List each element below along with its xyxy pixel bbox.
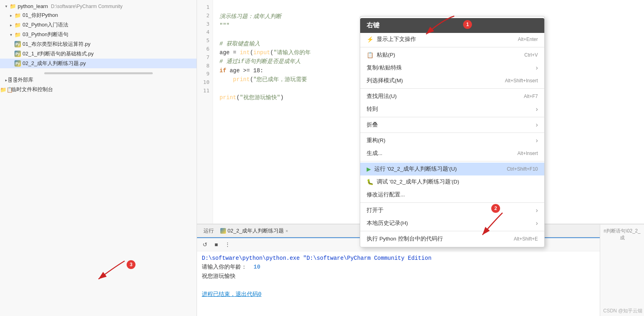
menu-item-label-refactor: 重构(R) — [367, 137, 386, 144]
sidebar-item-file1[interactable]: Py 01_布尔类型和比较运算符.py — [0, 39, 197, 49]
menu-item-modify-config[interactable]: 修改运行配置... — [360, 188, 544, 201]
sidebar-item-03[interactable]: 03_Python判断语句 — [0, 30, 197, 39]
annotation-badge-3: 3 — [127, 260, 135, 269]
annotation-badge-2: 2 — [491, 204, 500, 213]
menu-generate-left: 生成... — [367, 150, 382, 157]
file-tree-sidebar: python_learn D:\software\PyCharm Communi… — [0, 0, 197, 316]
sidebar-item-temp[interactable]: 📋 临时文件和控制台 — [0, 85, 197, 94]
label-extlib: 外部库 — [18, 76, 33, 84]
root-folder-icon — [10, 3, 16, 9]
divider-2 — [360, 88, 544, 89]
sidebar-item-02[interactable]: 02_Python入门语法 — [0, 20, 197, 30]
menu-debug-left: 🐛 调试 '02_2_成年人判断练习题'(D) — [367, 178, 459, 186]
menu-item-label-exec-python: 执行 Python 控制台中的代码行 — [367, 235, 443, 243]
menu-item-label-generate: 生成... — [367, 150, 382, 157]
menu-item-paste[interactable]: 📋 粘贴(P) Ctrl+V — [360, 49, 544, 61]
lightning-icon: ⚡ — [367, 36, 373, 43]
python-icon-file1: Py — [14, 41, 21, 47]
watermark: CSDN @知乎云烟 — [603, 308, 642, 314]
menu-item-label-copy-paste: 复制/粘贴特殊 — [367, 64, 402, 71]
menu-modify-left: 修改运行配置... — [367, 191, 405, 198]
code-line-1 — [219, 3, 638, 12]
sidebar-item-file2[interactable]: Py 02_1_if判断语句的基础格式.py — [0, 49, 197, 59]
stop-button[interactable]: ■ — [211, 240, 221, 249]
menu-shortcut-generate: Alt+Insert — [517, 151, 538, 156]
divider-4 — [360, 133, 544, 133]
menu-col-select-left: 列选择模式(M) — [367, 77, 403, 84]
menu-item-run[interactable]: ▶ 运行 '02_2_成年人判断练习题'(U) Ctrl+Shift+F10 — [360, 163, 544, 175]
menu-shortcut-run: Ctrl+Shift+F10 — [507, 166, 538, 172]
sidebar-item-file3[interactable]: Py 02_2_成年人判断练习题.py — [0, 59, 197, 68]
run-triangle-icon: ▶ — [367, 166, 371, 172]
menu-item-label-local-history: 本地历史记录(H) — [367, 220, 408, 227]
menu-item-find-usage[interactable]: 查找用法(U) Alt+F7 — [360, 90, 544, 103]
menu-item-open-in[interactable]: 打开于 — [360, 204, 544, 217]
menu-item-column-select[interactable]: 列选择模式(M) Alt+Shift+Insert — [360, 74, 544, 87]
arrow-03 — [8, 32, 14, 37]
rerun-button[interactable]: ↺ — [200, 240, 210, 249]
label-03: 03_Python判断语句 — [23, 31, 68, 38]
submenu-arrow-open-in — [536, 207, 538, 214]
submenu-arrow-goto — [536, 106, 538, 113]
run-tab-close[interactable]: × — [285, 228, 288, 233]
debug-icon: 🐛 — [367, 179, 373, 185]
python-icon-file3: Py — [14, 60, 21, 67]
menu-shortcut-find-usage: Alt+F7 — [524, 94, 538, 99]
folder-icon-03 — [14, 31, 21, 38]
menu-item-show-context[interactable]: ⚡ 显示上下文操作 Alt+Enter — [360, 33, 544, 46]
menu-item-fold[interactable]: 折叠 — [360, 118, 544, 131]
menu-goto-left: 转到 — [367, 106, 378, 113]
menu-item-exec-python[interactable]: 执行 Python 控制台中的代码行 Alt+Shift+E — [360, 232, 544, 245]
folder-icon-02 — [14, 22, 21, 28]
sidebar-scrollbar[interactable] — [44, 72, 153, 74]
menu-item-label-goto: 转到 — [367, 106, 378, 113]
run-label: 运行 — [200, 226, 217, 236]
python-icon-file2: Py — [14, 51, 21, 57]
menu-item-debug[interactable]: 🐛 调试 '02_2_成年人判断练习题'(D) — [360, 175, 544, 188]
menu-item-left: ⚡ 显示上下文操作 — [367, 36, 416, 43]
temp-icon: 📋 — [3, 86, 10, 93]
menu-item-label-open-in: 打开于 — [367, 207, 384, 214]
more-button[interactable]: ⋮ — [223, 240, 232, 249]
menu-item-label-find-usage: 查找用法(U) — [367, 93, 397, 100]
menu-exec-left: 执行 Python 控制台中的代码行 — [367, 235, 443, 243]
divider-5 — [360, 161, 544, 161]
label-02: 02_Python入门语法 — [23, 21, 68, 29]
sidebar-item-01[interactable]: 01_你好Python — [0, 10, 197, 20]
menu-item-label-column-select: 列选择模式(M) — [367, 77, 403, 84]
divider-1 — [360, 47, 544, 47]
divider-3 — [360, 117, 544, 117]
menu-paste-left: 📋 粘贴(P) — [367, 51, 395, 59]
divider-6 — [360, 202, 544, 203]
sidebar-item-extlib[interactable]: 🗄 外部库 — [0, 75, 197, 85]
submenu-arrow-copy-paste — [536, 64, 538, 71]
output-line-2: 请输入你的年龄： 10 — [202, 263, 595, 271]
menu-refactor-left: 重构(R) — [367, 137, 386, 144]
menu-item-goto[interactable]: 转到 — [360, 103, 544, 116]
menu-item-label-debug: 调试 '02_2_成年人判断练习题'(D) — [377, 178, 459, 186]
line-numbers: 1 2 3 4 5 6 7 8 9 10 11 — [197, 0, 213, 224]
clipboard-icon: 📋 — [367, 52, 373, 58]
folder-icon-01 — [14, 12, 21, 18]
menu-find-usage-left: 查找用法(U) — [367, 93, 397, 100]
output-line-4 — [202, 281, 595, 289]
divider-7 — [360, 231, 544, 231]
menu-copy-paste-left: 复制/粘贴特殊 — [367, 64, 402, 71]
menu-item-label-run: 运行 '02_2_成年人判断练习题'(U) — [374, 165, 457, 173]
menu-fold-left: 折叠 — [367, 121, 378, 128]
arrow-01 — [8, 12, 14, 18]
tree-root[interactable]: python_learn D:\software\PyCharm Communi… — [0, 2, 197, 10]
output-line-5: 进程已结束，退出代码0 — [202, 290, 595, 299]
menu-item-copy-paste[interactable]: 复制/粘贴特殊 — [360, 61, 544, 74]
annotation-badge-1: 1 — [463, 20, 472, 29]
menu-item-local-history[interactable]: 本地历史记录(H) — [360, 217, 544, 230]
run-tab[interactable]: 02_2_成年人判断练习题 × — [217, 226, 291, 236]
exit-code-link[interactable]: 进程已结束，退出代码0 — [202, 291, 261, 298]
menu-item-refactor[interactable]: 重构(R) — [360, 134, 544, 147]
output-line-3: 祝您游玩愉快 — [202, 272, 595, 281]
context-menu-header: 右键 — [360, 18, 544, 33]
menu-shortcut-show-context: Alt+Enter — [518, 37, 538, 42]
context-menu[interactable]: 右键 ⚡ 显示上下文操作 Alt+Enter 📋 粘贴(P) Ctrl+V — [360, 16, 545, 247]
menu-item-generate[interactable]: 生成... Alt+Insert — [360, 147, 544, 160]
ext-lib-icon: 🗄 — [10, 77, 16, 83]
